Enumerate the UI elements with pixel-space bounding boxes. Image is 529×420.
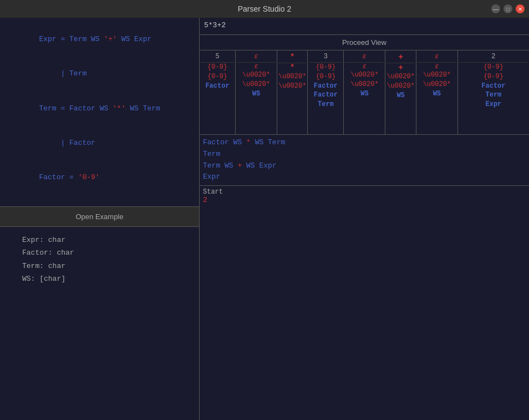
parse-col-eps1: ε ε \u0020* \u0020* WS — [236, 50, 277, 134]
right-panel: 5*3+2 Proceed View 5 {0-9} {0-9} Factor … — [200, 18, 529, 420]
window-title: Parser Studio 2 — [238, 4, 292, 13]
parse-col-star: * * \u0020* \u0020* — [277, 50, 308, 134]
grammar-line-5: Factor = '0-9' — [4, 161, 195, 195]
proceed-view-header: Proceed View — [200, 35, 529, 50]
grammar-area: Expr = Term WS '+' WS Expr | Term Term =… — [0, 18, 199, 206]
close-button[interactable]: ✕ — [516, 4, 525, 13]
start-value: 2 — [203, 196, 526, 204]
start-label: Start — [203, 188, 526, 196]
parse-col-2: 2 {0-9} {0-9} Factor Term Expr — [458, 50, 529, 134]
parse-col-plus: + + \u0020* \u0020* WS — [385, 50, 416, 134]
left-panel: Expr = Term WS '+' WS Expr | Term Term =… — [0, 18, 200, 420]
combined-line-1: Factor WS * WS Term — [203, 137, 526, 149]
input-expression: 5*3+2 — [200, 18, 529, 34]
types-area: Expr: char Factor: char Term: char WS: [… — [0, 227, 199, 420]
parse-col-eps2: ε ε \u0020* \u0020* WS — [344, 50, 385, 134]
main-container: Expr = Term WS '+' WS Expr | Term Term =… — [0, 18, 529, 420]
parse-grid: 5 {0-9} {0-9} Factor ε ε \u0020* \u0020*… — [200, 50, 529, 135]
parse-col-eps3: ε ε \u0020* \u0020* WS — [416, 50, 458, 134]
parse-col-5: 5 {0-9} {0-9} Factor — [200, 50, 236, 134]
combined-line-4: Expr — [203, 171, 526, 183]
type-factor: Factor: char — [22, 246, 177, 259]
combined-line-2: Term — [203, 149, 526, 160]
grammar-line-1: Expr = Term WS '+' WS Expr — [4, 22, 195, 57]
minimize-button[interactable]: — — [491, 4, 500, 13]
parse-col-3: 3 {0-9} {0-9} Factor Factor Term — [308, 50, 344, 134]
titlebar: Parser Studio 2 — □ ✕ — [0, 0, 529, 18]
start-area: Start 2 — [200, 186, 529, 206]
combined-line-3: Term WS + WS Expr — [203, 160, 526, 172]
grammar-line-2: | Term — [4, 57, 195, 91]
maximize-button[interactable]: □ — [503, 4, 512, 13]
grammar-line-4: | Factor — [4, 126, 195, 160]
open-example-button[interactable]: Open Example — [0, 207, 199, 226]
type-term: Term: char — [22, 260, 177, 272]
grammar-line-6: WS = ' '* — [4, 195, 195, 206]
grammar-line-3: Term = Factor WS '*' WS Term — [4, 92, 195, 126]
type-ws: WS: [char] — [22, 272, 177, 285]
combined-rows: Factor WS * WS Term Term Term WS + WS Ex… — [200, 135, 529, 185]
type-expr: Expr: char — [22, 234, 177, 246]
